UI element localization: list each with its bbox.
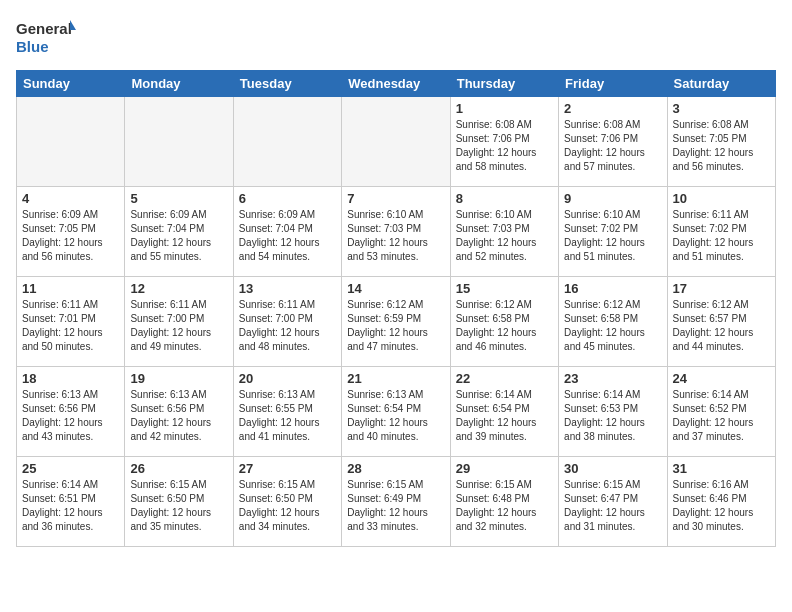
cell-info: Sunrise: 6:15 AM Sunset: 6:50 PM Dayligh… (239, 478, 336, 534)
calendar-cell: 12Sunrise: 6:11 AM Sunset: 7:00 PM Dayli… (125, 277, 233, 367)
cell-info: Sunrise: 6:13 AM Sunset: 6:55 PM Dayligh… (239, 388, 336, 444)
day-header-friday: Friday (559, 71, 667, 97)
day-number: 22 (456, 371, 553, 386)
calendar-cell: 2Sunrise: 6:08 AM Sunset: 7:06 PM Daylig… (559, 97, 667, 187)
calendar-cell: 16Sunrise: 6:12 AM Sunset: 6:58 PM Dayli… (559, 277, 667, 367)
cell-info: Sunrise: 6:11 AM Sunset: 7:01 PM Dayligh… (22, 298, 119, 354)
cell-info: Sunrise: 6:12 AM Sunset: 6:59 PM Dayligh… (347, 298, 444, 354)
day-number: 6 (239, 191, 336, 206)
day-header-wednesday: Wednesday (342, 71, 450, 97)
calendar-cell: 27Sunrise: 6:15 AM Sunset: 6:50 PM Dayli… (233, 457, 341, 547)
calendar-cell (233, 97, 341, 187)
cell-info: Sunrise: 6:15 AM Sunset: 6:47 PM Dayligh… (564, 478, 661, 534)
day-number: 8 (456, 191, 553, 206)
calendar-cell: 6Sunrise: 6:09 AM Sunset: 7:04 PM Daylig… (233, 187, 341, 277)
cell-info: Sunrise: 6:14 AM Sunset: 6:53 PM Dayligh… (564, 388, 661, 444)
cell-info: Sunrise: 6:13 AM Sunset: 6:56 PM Dayligh… (22, 388, 119, 444)
day-number: 20 (239, 371, 336, 386)
day-number: 12 (130, 281, 227, 296)
header: General Blue (16, 16, 776, 58)
cell-info: Sunrise: 6:16 AM Sunset: 6:46 PM Dayligh… (673, 478, 770, 534)
day-number: 18 (22, 371, 119, 386)
calendar-cell: 5Sunrise: 6:09 AM Sunset: 7:04 PM Daylig… (125, 187, 233, 277)
day-number: 19 (130, 371, 227, 386)
cell-info: Sunrise: 6:10 AM Sunset: 7:03 PM Dayligh… (347, 208, 444, 264)
day-number: 25 (22, 461, 119, 476)
cell-info: Sunrise: 6:09 AM Sunset: 7:05 PM Dayligh… (22, 208, 119, 264)
cell-info: Sunrise: 6:13 AM Sunset: 6:56 PM Dayligh… (130, 388, 227, 444)
calendar-cell: 23Sunrise: 6:14 AM Sunset: 6:53 PM Dayli… (559, 367, 667, 457)
day-number: 17 (673, 281, 770, 296)
cell-info: Sunrise: 6:13 AM Sunset: 6:54 PM Dayligh… (347, 388, 444, 444)
calendar-table: SundayMondayTuesdayWednesdayThursdayFrid… (16, 70, 776, 547)
week-row-2: 4Sunrise: 6:09 AM Sunset: 7:05 PM Daylig… (17, 187, 776, 277)
calendar-cell: 29Sunrise: 6:15 AM Sunset: 6:48 PM Dayli… (450, 457, 558, 547)
logo: General Blue (16, 16, 76, 58)
day-number: 1 (456, 101, 553, 116)
calendar-cell: 4Sunrise: 6:09 AM Sunset: 7:05 PM Daylig… (17, 187, 125, 277)
day-number: 27 (239, 461, 336, 476)
day-number: 30 (564, 461, 661, 476)
cell-info: Sunrise: 6:08 AM Sunset: 7:05 PM Dayligh… (673, 118, 770, 174)
calendar-cell: 15Sunrise: 6:12 AM Sunset: 6:58 PM Dayli… (450, 277, 558, 367)
week-row-1: 1Sunrise: 6:08 AM Sunset: 7:06 PM Daylig… (17, 97, 776, 187)
day-number: 9 (564, 191, 661, 206)
week-row-5: 25Sunrise: 6:14 AM Sunset: 6:51 PM Dayli… (17, 457, 776, 547)
day-number: 11 (22, 281, 119, 296)
calendar-cell: 28Sunrise: 6:15 AM Sunset: 6:49 PM Dayli… (342, 457, 450, 547)
calendar-cell: 8Sunrise: 6:10 AM Sunset: 7:03 PM Daylig… (450, 187, 558, 277)
calendar-cell: 25Sunrise: 6:14 AM Sunset: 6:51 PM Dayli… (17, 457, 125, 547)
calendar-cell: 30Sunrise: 6:15 AM Sunset: 6:47 PM Dayli… (559, 457, 667, 547)
calendar-cell: 31Sunrise: 6:16 AM Sunset: 6:46 PM Dayli… (667, 457, 775, 547)
day-header-saturday: Saturday (667, 71, 775, 97)
day-number: 21 (347, 371, 444, 386)
calendar-cell (342, 97, 450, 187)
calendar-cell: 13Sunrise: 6:11 AM Sunset: 7:00 PM Dayli… (233, 277, 341, 367)
day-number: 26 (130, 461, 227, 476)
cell-info: Sunrise: 6:09 AM Sunset: 7:04 PM Dayligh… (239, 208, 336, 264)
day-number: 7 (347, 191, 444, 206)
calendar-cell: 1Sunrise: 6:08 AM Sunset: 7:06 PM Daylig… (450, 97, 558, 187)
cell-info: Sunrise: 6:10 AM Sunset: 7:02 PM Dayligh… (564, 208, 661, 264)
calendar-cell: 22Sunrise: 6:14 AM Sunset: 6:54 PM Dayli… (450, 367, 558, 457)
cell-info: Sunrise: 6:11 AM Sunset: 7:00 PM Dayligh… (130, 298, 227, 354)
cell-info: Sunrise: 6:15 AM Sunset: 6:49 PM Dayligh… (347, 478, 444, 534)
calendar-cell: 17Sunrise: 6:12 AM Sunset: 6:57 PM Dayli… (667, 277, 775, 367)
day-header-thursday: Thursday (450, 71, 558, 97)
cell-info: Sunrise: 6:12 AM Sunset: 6:58 PM Dayligh… (456, 298, 553, 354)
calendar-cell: 11Sunrise: 6:11 AM Sunset: 7:01 PM Dayli… (17, 277, 125, 367)
calendar-cell: 3Sunrise: 6:08 AM Sunset: 7:05 PM Daylig… (667, 97, 775, 187)
header-row: SundayMondayTuesdayWednesdayThursdayFrid… (17, 71, 776, 97)
cell-info: Sunrise: 6:08 AM Sunset: 7:06 PM Dayligh… (564, 118, 661, 174)
logo-svg: General Blue (16, 16, 76, 58)
cell-info: Sunrise: 6:11 AM Sunset: 7:02 PM Dayligh… (673, 208, 770, 264)
day-header-sunday: Sunday (17, 71, 125, 97)
week-row-3: 11Sunrise: 6:11 AM Sunset: 7:01 PM Dayli… (17, 277, 776, 367)
cell-info: Sunrise: 6:12 AM Sunset: 6:57 PM Dayligh… (673, 298, 770, 354)
day-number: 16 (564, 281, 661, 296)
cell-info: Sunrise: 6:14 AM Sunset: 6:54 PM Dayligh… (456, 388, 553, 444)
cell-info: Sunrise: 6:15 AM Sunset: 6:48 PM Dayligh… (456, 478, 553, 534)
calendar-cell: 18Sunrise: 6:13 AM Sunset: 6:56 PM Dayli… (17, 367, 125, 457)
calendar-cell: 19Sunrise: 6:13 AM Sunset: 6:56 PM Dayli… (125, 367, 233, 457)
calendar-cell (125, 97, 233, 187)
calendar-cell: 26Sunrise: 6:15 AM Sunset: 6:50 PM Dayli… (125, 457, 233, 547)
week-row-4: 18Sunrise: 6:13 AM Sunset: 6:56 PM Dayli… (17, 367, 776, 457)
day-number: 13 (239, 281, 336, 296)
day-number: 31 (673, 461, 770, 476)
calendar-cell: 9Sunrise: 6:10 AM Sunset: 7:02 PM Daylig… (559, 187, 667, 277)
day-number: 14 (347, 281, 444, 296)
calendar-cell: 21Sunrise: 6:13 AM Sunset: 6:54 PM Dayli… (342, 367, 450, 457)
day-number: 15 (456, 281, 553, 296)
day-number: 3 (673, 101, 770, 116)
cell-info: Sunrise: 6:11 AM Sunset: 7:00 PM Dayligh… (239, 298, 336, 354)
cell-info: Sunrise: 6:12 AM Sunset: 6:58 PM Dayligh… (564, 298, 661, 354)
day-header-tuesday: Tuesday (233, 71, 341, 97)
calendar-cell: 24Sunrise: 6:14 AM Sunset: 6:52 PM Dayli… (667, 367, 775, 457)
cell-info: Sunrise: 6:14 AM Sunset: 6:52 PM Dayligh… (673, 388, 770, 444)
svg-text:Blue: Blue (16, 38, 49, 55)
calendar-cell: 7Sunrise: 6:10 AM Sunset: 7:03 PM Daylig… (342, 187, 450, 277)
day-header-monday: Monday (125, 71, 233, 97)
day-number: 4 (22, 191, 119, 206)
cell-info: Sunrise: 6:14 AM Sunset: 6:51 PM Dayligh… (22, 478, 119, 534)
